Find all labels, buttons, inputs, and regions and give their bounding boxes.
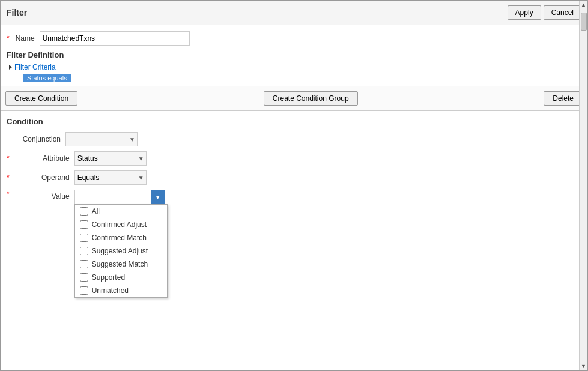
checkbox-supported[interactable] <box>80 273 88 282</box>
filter-definition-section: Filter Definition Filter Criteria Status… <box>1 49 587 86</box>
operand-select[interactable]: Equals Not Equals <box>74 170 147 185</box>
attribute-row: * Attribute Status ▼ <box>7 151 581 166</box>
page-title: Filter <box>7 8 27 17</box>
value-required-star: * <box>7 190 10 198</box>
checkbox-suggested-adjust[interactable] <box>80 247 88 255</box>
dropdown-label-suggested-adjust: Suggested Adjust <box>92 247 148 255</box>
dropdown-label-unmatched: Unmatched <box>92 286 129 295</box>
attribute-select-wrapper: Status ▼ <box>74 151 147 166</box>
value-row: * Value ▼ All Confirmed Adjust Confirmed… <box>7 190 581 204</box>
dropdown-label-confirmed-match: Confirmed Match <box>92 234 147 242</box>
name-required-star: * <box>7 34 10 43</box>
dropdown-item-confirmed-match[interactable]: Confirmed Match <box>75 231 167 244</box>
dropdown-item-suggested-match[interactable]: Suggested Match <box>75 258 167 271</box>
status-badge[interactable]: Status equals <box>23 74 71 82</box>
triangle-icon <box>9 65 12 70</box>
operand-label: Operand <box>16 173 70 182</box>
conjunction-row: Conjunction And Or ▼ <box>7 132 581 146</box>
create-condition-group-button[interactable]: Create Condition Group <box>264 91 358 106</box>
status-item: Status equals <box>23 74 581 82</box>
operand-row: * Operand Equals Not Equals ▼ <box>7 170 581 185</box>
conjunction-select[interactable]: And Or <box>65 132 138 146</box>
operand-required-star: * <box>7 173 10 182</box>
condition-section: Condition Conjunction And Or ▼ * Attribu… <box>1 111 587 213</box>
value-dropdown-list: All Confirmed Adjust Confirmed Match Sug… <box>74 204 168 298</box>
dropdown-item-all[interactable]: All <box>75 205 167 218</box>
name-row: * Name <box>1 25 587 49</box>
dropdown-item-suggested-adjust[interactable]: Suggested Adjust <box>75 244 167 258</box>
create-condition-button[interactable]: Create Condition <box>5 91 77 106</box>
filter-definition-title: Filter Definition <box>7 50 581 59</box>
conjunction-select-wrapper: And Or ▼ <box>65 132 138 146</box>
filter-header: Filter Apply Cancel <box>1 1 587 25</box>
header-buttons: Apply Cancel <box>508 5 581 20</box>
attribute-label: Attribute <box>16 154 70 163</box>
dropdown-item-confirmed-adjust[interactable]: Confirmed Adjust <box>75 218 167 231</box>
toolbar: Create Condition Create Condition Group … <box>1 86 587 111</box>
checkbox-confirmed-match[interactable] <box>80 234 88 242</box>
checkbox-confirmed-adjust[interactable] <box>80 220 88 229</box>
dropdown-label-supported: Supported <box>92 273 125 282</box>
attribute-select[interactable]: Status <box>74 151 147 166</box>
dropdown-item-unmatched[interactable]: Unmatched <box>75 284 167 297</box>
condition-title: Condition <box>7 117 581 126</box>
scrollbar: ▲ ▼ <box>579 1 587 370</box>
dropdown-label-suggested-match: Suggested Match <box>92 260 148 268</box>
conjunction-label: Conjunction <box>7 135 61 143</box>
delete-button[interactable]: Delete <box>544 91 583 106</box>
scroll-down-arrow[interactable]: ▼ <box>580 362 587 370</box>
checkbox-all[interactable] <box>80 207 88 216</box>
dropdown-item-supported[interactable]: Supported <box>75 271 167 284</box>
name-input[interactable] <box>40 31 190 46</box>
attribute-required-star: * <box>7 154 10 163</box>
name-label: Name <box>16 34 35 43</box>
scroll-up-arrow[interactable]: ▲ <box>580 1 587 9</box>
operand-select-wrapper: Equals Not Equals ▼ <box>74 170 147 185</box>
cancel-button[interactable]: Cancel <box>544 5 581 20</box>
checkbox-unmatched[interactable] <box>80 286 88 295</box>
value-input-wrapper: ▼ All Confirmed Adjust Confirmed Match <box>74 190 165 204</box>
checkbox-suggested-match[interactable] <box>80 260 88 268</box>
filter-criteria-link[interactable]: Filter Criteria <box>14 63 56 71</box>
dropdown-label-all: All <box>92 207 100 216</box>
value-dropdown-button[interactable]: ▼ <box>151 190 165 204</box>
dropdown-label-confirmed-adjust: Confirmed Adjust <box>92 220 147 229</box>
value-label: Value <box>16 190 70 201</box>
filter-criteria-row: Filter Criteria <box>7 63 581 71</box>
apply-button[interactable]: Apply <box>508 5 541 20</box>
scrollbar-thumb[interactable] <box>581 13 587 31</box>
